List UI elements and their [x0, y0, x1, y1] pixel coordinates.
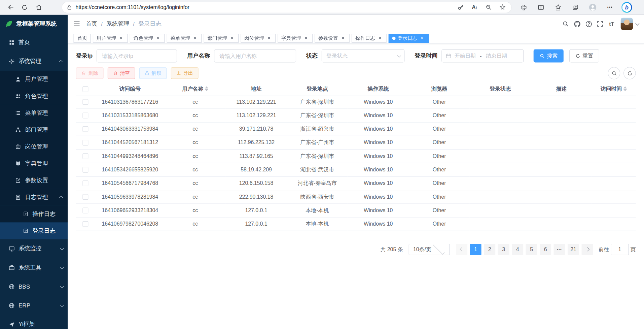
table-row[interactable]: 1641053426655825920 cc 58.19.42.209 湖北省-… [76, 163, 636, 176]
row-checkbox[interactable] [83, 221, 88, 227]
next-page-button[interactable] [582, 243, 593, 255]
url-text[interactable]: https://ccnetcore.com:1101/system/log/lo… [76, 4, 189, 10]
row-checkbox[interactable] [83, 126, 88, 132]
tab-department-management[interactable]: 部门管理 [204, 34, 239, 43]
chevron-down-icon[interactable] [635, 21, 639, 25]
sidebar-item-system-management[interactable]: 系统管理 [0, 52, 68, 71]
back-icon[interactable] [5, 1, 16, 13]
address-bar[interactable]: https://ccnetcore.com:1101/system/log/lo… [62, 1, 512, 13]
close-tab-icon[interactable] [340, 35, 346, 41]
column-header-visit-id[interactable]: 访问编号 [95, 83, 165, 95]
sort-icon[interactable] [623, 86, 627, 91]
sidebar-item-bbs[interactable]: BBS [0, 277, 68, 296]
sidebar-item-system-monitoring[interactable]: 系统监控 [0, 239, 68, 258]
sidebar-item-menu-management[interactable]: 菜单管理 [0, 104, 68, 121]
table-row[interactable]: 1641031367863177216 cc 113.102.129.221 广… [76, 95, 636, 108]
sidebar-item-user-management[interactable]: 用户管理 [0, 71, 68, 88]
column-header-address[interactable]: 地址 [225, 83, 287, 95]
search-icon[interactable] [560, 18, 571, 30]
row-checkbox[interactable] [83, 140, 88, 145]
tab-login-log[interactable]: 登录日志 [389, 34, 429, 43]
end-date-placeholder[interactable]: 结束日期 [486, 52, 507, 60]
sidebar-item-login-log[interactable]: 登录日志 [0, 222, 68, 239]
close-tab-icon[interactable] [118, 35, 124, 41]
toggle-search-button[interactable] [608, 67, 620, 79]
table-row[interactable]: 1641069652933218304 cc 127.0.0.1 本地-本机 W… [76, 203, 636, 217]
search-button[interactable]: 搜索 [534, 49, 564, 62]
refresh-table-button[interactable] [623, 67, 636, 79]
key-icon[interactable] [456, 3, 465, 12]
table-row[interactable]: 1641031533185863680 cc 113.102.129.221 广… [76, 108, 636, 122]
delete-button[interactable]: 删除 [76, 67, 104, 79]
sidebar-item-post-management[interactable]: 岗位管理 [0, 138, 68, 155]
app-logo[interactable]: 意框架管理系统 [0, 15, 68, 33]
sidebar-item-system-tools[interactable]: 系统工具 [0, 258, 68, 277]
column-header-os[interactable]: 操作系统 [348, 83, 409, 95]
select-all-checkbox[interactable] [83, 86, 88, 92]
page-jump-input[interactable] [611, 243, 629, 255]
user-name-input[interactable] [214, 49, 296, 62]
browser-more-icon[interactable] [604, 1, 616, 13]
column-header-login-location[interactable]: 登录地点 [287, 83, 348, 95]
sidebar-item-home[interactable]: 首页 [0, 33, 68, 52]
tab-dictionary-management[interactable]: 字典管理 [278, 34, 313, 43]
read-aloud-icon[interactable] [470, 3, 479, 12]
table-row[interactable]: 1641054566717984768 cc 120.6.150.158 河北省… [76, 176, 636, 190]
favorites-bar-icon[interactable] [552, 1, 564, 13]
page-button-2[interactable]: 2 [484, 243, 495, 255]
table-row[interactable]: 1641059633978281984 cc 222.90.130.18 陕西省… [76, 190, 636, 203]
close-tab-icon[interactable] [229, 35, 235, 41]
favorite-star-icon[interactable] [498, 3, 507, 12]
breadcrumb-item-system[interactable]: 系统管理 [106, 20, 129, 28]
tab-user-management[interactable]: 用户管理 [93, 34, 128, 43]
extensions-puzzle-icon[interactable] [518, 1, 529, 13]
start-date-placeholder[interactable]: 开始日期 [455, 52, 476, 60]
sidebar-item-erp[interactable]: ERP [0, 296, 68, 315]
sidebar-item-yi-framework[interactable]: Yi框架 [0, 315, 68, 329]
close-tab-icon[interactable] [266, 35, 272, 41]
row-checkbox[interactable] [83, 180, 88, 186]
login-time-range-picker[interactable]: 开始日期 - 结束日期 [442, 49, 524, 62]
sidebar-item-dictionary-management[interactable]: 字典管理 [0, 155, 68, 172]
collections-icon[interactable] [570, 1, 581, 13]
row-checkbox[interactable] [83, 99, 88, 105]
reset-button[interactable]: 重置 [569, 49, 599, 62]
column-header-visit-time[interactable]: 访问时间 [592, 83, 636, 95]
tab-home[interactable]: 首页 [74, 34, 91, 43]
column-header-login-status[interactable]: 登录状态 [469, 83, 531, 95]
page-button-1[interactable]: 1 [470, 243, 481, 255]
table-row[interactable]: 1641044993248464896 cc 113.87.92.165 广东省… [76, 149, 636, 163]
user-avatar[interactable] [620, 18, 633, 30]
table-row[interactable]: 1641069798270046208 cc 127.0.0.1 本地-本机 W… [76, 217, 636, 231]
hamburger-icon[interactable] [71, 18, 82, 30]
page-size-select[interactable]: 10条/页 [409, 243, 450, 255]
row-checkbox[interactable] [83, 167, 88, 173]
sidebar-item-role-management[interactable]: 角色管理 [0, 88, 68, 104]
lock-icon[interactable] [67, 4, 72, 10]
row-checkbox[interactable] [83, 113, 88, 119]
row-checkbox[interactable] [83, 154, 88, 159]
tab-role-management[interactable]: 角色管理 [130, 34, 165, 43]
column-header-description[interactable]: 描述 [531, 83, 592, 95]
unlock-button[interactable]: 解锁 [139, 67, 167, 79]
github-icon[interactable] [571, 18, 583, 30]
close-tab-icon[interactable] [303, 35, 309, 41]
page-button-5[interactable]: 5 [526, 243, 537, 255]
tab-menu-management[interactable]: 菜单管理 [167, 34, 202, 43]
tab-operation-log[interactable]: 操作日志 [352, 34, 387, 43]
split-screen-icon[interactable] [535, 1, 547, 13]
page-button-4[interactable]: 4 [512, 243, 523, 255]
tab-parameter-settings[interactable]: 参数设置 [315, 34, 350, 43]
more-pages-button[interactable] [554, 243, 565, 255]
font-size-icon[interactable]: tT [606, 18, 617, 30]
home-icon[interactable] [33, 1, 44, 13]
page-button-3[interactable]: 3 [498, 243, 509, 255]
close-tab-icon[interactable] [192, 35, 198, 41]
breadcrumb-item-home[interactable]: 首页 [86, 20, 97, 28]
row-checkbox[interactable] [83, 208, 88, 213]
table-row[interactable]: 1641044520567181312 cc 112.96.225.132 广东… [76, 136, 636, 149]
sort-icon[interactable] [205, 86, 208, 91]
column-header-user-name[interactable]: 用户名称 [165, 83, 225, 95]
status-select[interactable]: 登录状态 [322, 49, 405, 62]
prev-page-button[interactable] [456, 243, 467, 255]
